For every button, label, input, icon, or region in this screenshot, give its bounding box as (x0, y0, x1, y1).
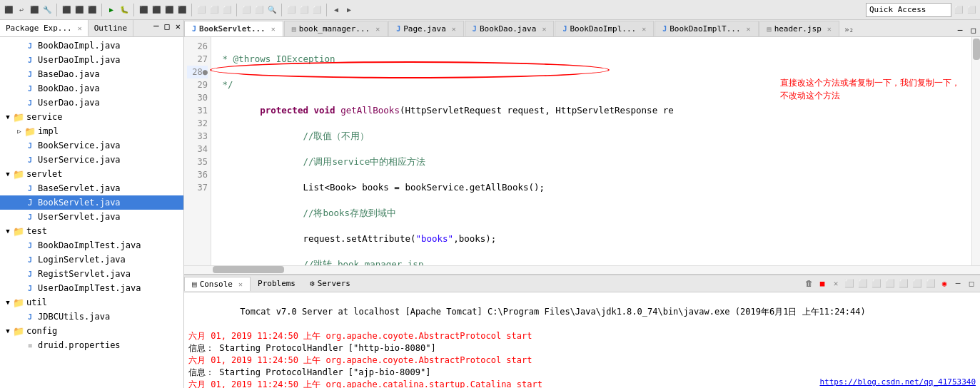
tab-pagejava-close[interactable]: ✕ (452, 25, 456, 33)
console-icon-7[interactable]: ⬜ (884, 278, 896, 290)
tree-item-baseservlet[interactable]: J BaseServlet.java (0, 181, 183, 195)
tree-item-config[interactable]: ▼ 📁 config (0, 324, 183, 338)
tree-item-bookdaoimpltest[interactable]: J BookDaoImplTest.java (0, 238, 183, 252)
console-tab-close[interactable]: ✕ (238, 280, 243, 288)
editor-minimize-icon[interactable]: ─ (954, 24, 967, 36)
console-stop-icon[interactable]: ■ (817, 278, 828, 290)
console-minimize-icon[interactable]: ─ (952, 278, 964, 290)
tab-book-manager[interactable]: ▤ book_manager... ✕ (284, 21, 388, 36)
package-explorer-close-icon[interactable]: ✕ (78, 24, 82, 32)
toolbar-icon-8[interactable]: ⬛ (138, 4, 149, 16)
console-icon-5[interactable]: ⬜ (857, 278, 869, 290)
tab-bookservlet-close[interactable]: ✕ (271, 25, 276, 33)
hscrollbar[interactable] (184, 265, 980, 274)
tree-item-druid[interactable]: ≡ druid.properties (0, 338, 183, 352)
tree-item-userservice[interactable]: J UserService.java (0, 153, 183, 167)
console-icon-6[interactable]: ⬜ (871, 278, 882, 290)
tree-item-test[interactable]: ▼ 📁 test (0, 224, 183, 238)
toolbar-icon-19[interactable]: ⬜ (311, 4, 323, 16)
console-maximize-icon[interactable]: □ (966, 278, 977, 290)
toolbar-icon-6[interactable]: ⬛ (74, 4, 85, 16)
toolbar-icon-1[interactable]: ⬛ (3, 4, 14, 16)
tree-item-userservlet[interactable]: J UserServlet.java (0, 210, 183, 224)
tree-item-service[interactable]: ▼ 📁 service (0, 110, 183, 124)
vscrollbar[interactable] (971, 37, 980, 265)
tree-item-bookservlet[interactable]: J BookServlet.java (0, 195, 183, 210)
tree-item-bookdaoimpl[interactable]: J BookDaoImpl.java (0, 39, 183, 53)
toolbar-icon-12[interactable]: ⬜ (196, 4, 207, 16)
console-terminate-icon[interactable]: ✕ (830, 278, 842, 290)
tab-bookdao[interactable]: J BookDao.java ✕ (465, 21, 555, 36)
sidebar-close-icon[interactable]: ✕ (173, 20, 183, 36)
tab-headerjsp-close[interactable]: ✕ (827, 25, 832, 33)
toolbar-icon-14[interactable]: ⬜ (221, 4, 233, 16)
tree-item-util[interactable]: ▼ 📁 util (0, 295, 183, 310)
tab-pagejava[interactable]: J Page.java ✕ (388, 21, 464, 36)
toolbar-icon-18[interactable]: ⬜ (298, 4, 310, 16)
console-tab-servers[interactable]: ⚙ Servers (303, 277, 358, 290)
toolbar-icon-20[interactable]: ⬜ (953, 4, 964, 16)
tab-bookdaoimpl[interactable]: J BookDaoImpl... ✕ (555, 21, 654, 36)
tree-item-registservlet[interactable]: J RegistServlet.java (0, 267, 183, 281)
console-icon-10[interactable]: ⬜ (925, 278, 936, 290)
tree-item-servlet[interactable]: ▼ 📁 servlet (0, 167, 183, 181)
tab-book-manager-close[interactable]: ✕ (375, 25, 380, 33)
toolbar-icon-17[interactable]: ⬜ (286, 4, 297, 16)
toolbar-icon-3[interactable]: ⬛ (29, 4, 40, 16)
tab-bookdaoimplt[interactable]: J BookDaoImplT... ✕ (655, 21, 758, 36)
tab-bookdaoimplt-close[interactable]: ✕ (747, 25, 751, 33)
console-icon-11[interactable]: ◉ (939, 278, 950, 290)
sidebar-tab-package-explorer[interactable]: Package Exp... ✕ (0, 20, 89, 36)
toolbar-icon-run[interactable]: ▶ (106, 4, 117, 16)
console-icon-9[interactable]: ⬜ (911, 278, 923, 290)
tree-item-impl[interactable]: ▷ 📁 impl (0, 124, 183, 138)
toolbar-icon-search[interactable]: 🔍 (266, 4, 278, 16)
console-icon-8[interactable]: ⬜ (898, 278, 909, 290)
toolbar-icon-15[interactable]: ⬜ (241, 4, 252, 16)
console-clear-icon[interactable]: 🗑 (803, 278, 814, 290)
code-lines[interactable]: * @throws IOException */ protected void … (211, 37, 980, 265)
csdn-link[interactable]: https://blog.csdn.net/qq_41753340 (819, 377, 976, 387)
toolbar-icon-debug[interactable]: 🐛 (118, 4, 130, 16)
tree-item-jdbcutils[interactable]: J JDBCUtils.java (0, 310, 183, 324)
quick-access-box[interactable]: Quick Access (866, 3, 951, 17)
toolbar-icon-5[interactable]: ⬛ (61, 4, 72, 16)
toolbar-icon-13[interactable]: ⬜ (208, 4, 220, 16)
console-icon-4[interactable]: ⬜ (844, 278, 855, 290)
tree-item-loginservlet[interactable]: J LoginServlet.java (0, 252, 183, 267)
sidebar: Package Exp... ✕ Outline ─ □ ✕ J BookDao… (0, 20, 184, 388)
tab-overflow[interactable]: »₂ (840, 23, 858, 36)
sidebar-maximize-icon[interactable]: □ (162, 20, 173, 36)
toolbar-icon-11[interactable]: ⬛ (176, 4, 188, 16)
tree-arrow-config: ▼ (3, 326, 13, 336)
toolbar-icon-forward[interactable]: ▶ (343, 4, 355, 16)
editor-maximize-icon[interactable]: □ (966, 24, 980, 36)
console-tab-console[interactable]: ▤ Console ✕ (184, 277, 251, 291)
sidebar-minimize-icon[interactable]: ─ (151, 20, 161, 36)
toolbar-icon-10[interactable]: ⬛ (163, 4, 175, 16)
toolbar-icon-9[interactable]: ⬛ (151, 4, 162, 16)
tree-item-bookservice[interactable]: J BookService.java (0, 138, 183, 153)
hscrollbar-thumb[interactable] (213, 266, 284, 273)
tree-item-bookdao[interactable]: J BookDao.java (0, 81, 183, 96)
sidebar-tab-outline[interactable]: Outline (89, 20, 133, 36)
tree-item-userdao[interactable]: J UserDao.java (0, 96, 183, 110)
toolbar-icon-back[interactable]: ◀ (330, 4, 342, 16)
tab-bookdaoimplt-label: BookDaoImplT... (670, 24, 740, 34)
console-tab-problems[interactable]: Problems (251, 277, 303, 290)
tree-label-loginservlet: LoginServlet.java (38, 255, 126, 265)
tree-item-userdaoimpl[interactable]: J UserDaoImpl.java (0, 53, 183, 67)
tree-label-bookservlet: BookServlet.java (38, 198, 121, 208)
tab-bookdao-close[interactable]: ✕ (542, 25, 546, 33)
code-content[interactable]: 直接改这个方法或者复制一下，我们复制一下，不改动这个方法 26 27 28● 2… (184, 37, 980, 265)
toolbar-icon-4[interactable]: 🔧 (41, 4, 53, 16)
tree-item-basedao[interactable]: J BaseDao.java (0, 67, 183, 81)
toolbar-icon-16[interactable]: ⬜ (253, 4, 265, 16)
toolbar-icon-21[interactable]: ⬜ (966, 4, 977, 16)
tab-bookdaoimpl-close[interactable]: ✕ (642, 25, 646, 33)
toolbar-icon-7[interactable]: ⬛ (86, 4, 98, 16)
tree-item-userdaoimpltest[interactable]: J UserDaoImplTest.java (0, 281, 183, 295)
toolbar-icon-2[interactable]: ↩ (16, 4, 27, 16)
tab-headerjsp[interactable]: ▤ header.jsp ✕ (759, 21, 839, 36)
tab-bookservlet[interactable]: J BookServlet... ✕ (184, 21, 283, 36)
